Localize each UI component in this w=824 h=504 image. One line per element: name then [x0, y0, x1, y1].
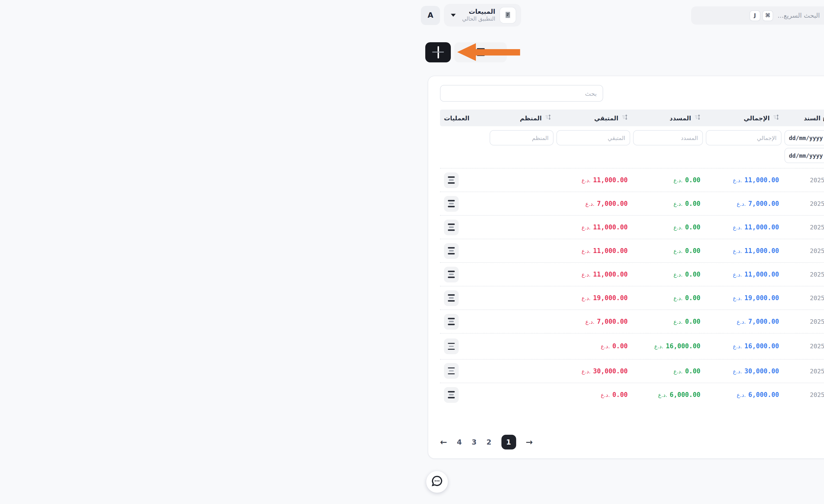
- row-actions-button[interactable]: [444, 363, 459, 379]
- app-switcher-title: المبيعات: [469, 8, 495, 16]
- chat-bubble-icon: [431, 475, 443, 489]
- amount-blue: 16,000.00د.ع.: [708, 342, 779, 350]
- app-switcher[interactable]: المبيعات التطبيق الحالي: [444, 4, 521, 26]
- column-label: المسدد: [670, 114, 691, 122]
- main-area: Plus corp البحث السريع... J ⌘ A: [412, 0, 824, 504]
- app-root: +plus التطبيقات لوحة المبيعاتالزبائنعروض…: [412, 0, 824, 504]
- list-options-button[interactable]: [454, 42, 507, 62]
- page-3-button[interactable]: 3: [472, 438, 477, 446]
- row-actions-button[interactable]: [444, 387, 459, 403]
- sort-icon: [621, 114, 628, 122]
- table-row: INV/000026مستودع رئيسيJohn Doe - C/00001…: [440, 383, 824, 406]
- date-cell: 2025-07-27: [810, 200, 824, 207]
- quick-search-placeholder: البحث السريع...: [778, 12, 820, 19]
- amount-green: 0.00د.ع.: [636, 367, 700, 375]
- date-to-input[interactable]: dd/mm/yyyy: [785, 148, 824, 163]
- user-avatar[interactable]: A: [421, 6, 440, 25]
- amount-red: 11,000.00د.ع.: [559, 247, 628, 255]
- filter-input-remaining[interactable]: [556, 130, 630, 145]
- table-body: INV/000035مستودع رئيسيtaha salim - C/000…: [440, 169, 824, 406]
- amount-green: 0.00د.ع.: [636, 200, 700, 207]
- amount-blue: 11,000.00د.ع.: [708, 223, 779, 231]
- table-row: INV/000035مستودع رئيسيtaha salim - C/000…: [440, 169, 824, 192]
- shortcut-keys: J ⌘: [749, 10, 773, 21]
- amount-red: 7,000.00د.ع.: [559, 200, 628, 207]
- amount-blue: 11,000.00د.ع.: [708, 271, 779, 278]
- row-actions-button[interactable]: [444, 267, 459, 282]
- invoices-card: عرض: 10الأعمدةتصديرحفظ الإعدادات تسلسل ا…: [428, 76, 824, 459]
- table-row: INV/000032مستودع رئيسيtaha salim - C/000…: [440, 239, 824, 263]
- date-cell: 2025-07-27: [810, 247, 824, 255]
- add-invoice-button[interactable]: [425, 42, 451, 62]
- amount-red: 30,000.00د.ع.: [559, 367, 628, 375]
- card-footer: عرض 1 إلى 10 من 35 ← 4321 →: [440, 422, 824, 449]
- row-actions-button[interactable]: [444, 243, 459, 259]
- date-cell: 2025-07-27: [810, 294, 824, 302]
- row-actions-button[interactable]: [444, 172, 459, 188]
- chevron-down-icon: [451, 14, 456, 17]
- table-filters: dd/mm/yyyydd/mm/yyyy: [440, 126, 824, 169]
- table-search-input[interactable]: [440, 85, 603, 102]
- amount-red: 19,000.00د.ع.: [559, 294, 628, 302]
- app-switcher-subtitle: التطبيق الحالي: [462, 16, 495, 23]
- date-cell: 2025-07-27: [810, 318, 824, 325]
- amount-green: 0.00د.ع.: [636, 271, 700, 278]
- row-actions-button[interactable]: [444, 219, 459, 235]
- amount-blue: 7,000.00د.ع.: [708, 200, 779, 207]
- shortcut-key-cmd: ⌘: [762, 10, 773, 21]
- column-header-ops: العمليات: [440, 114, 488, 122]
- amount-green: 6,000.00د.ع.: [636, 391, 700, 398]
- column-label: العمليات: [444, 114, 470, 122]
- filter-remaining: [555, 130, 632, 145]
- app-switcher-texts: المبيعات التطبيق الحالي: [462, 8, 495, 23]
- filter-input-total[interactable]: [706, 130, 782, 145]
- page-header: فواتير المبيعات: [412, 39, 824, 65]
- column-label: المتبقي: [594, 114, 618, 122]
- amount-green: 0.00د.ع.: [636, 223, 700, 231]
- row-actions-button[interactable]: [444, 290, 459, 306]
- receipt-app-icon: [500, 7, 516, 24]
- prev-page-arrow[interactable]: ←: [440, 437, 447, 447]
- column-header-remaining[interactable]: المتبقي: [555, 114, 632, 122]
- page-1-button[interactable]: 1: [501, 435, 516, 449]
- amount-blue: 6,000.00د.ع.: [708, 391, 779, 398]
- sort-icon: [772, 114, 779, 122]
- amount-red: 7,000.00د.ع.: [559, 318, 628, 325]
- amount-red: 11,000.00د.ع.: [559, 176, 628, 184]
- row-actions-button[interactable]: [444, 338, 459, 354]
- column-header-total[interactable]: الإجمالي: [704, 114, 783, 122]
- column-label: تاريخ السند: [804, 114, 824, 122]
- column-header-date[interactable]: تاريخ السند: [783, 114, 824, 122]
- page-4-button[interactable]: 4: [457, 438, 462, 446]
- table-header: تسلسل السندالمستودعالزبونتاريخ السندالإج…: [440, 110, 824, 126]
- amount-red: 11,000.00د.ع.: [559, 223, 628, 231]
- table-row: INV/000027مستودع رئيسيAbbas - C/00000220…: [440, 359, 824, 383]
- date-cell: 2025-07-26: [810, 342, 824, 350]
- sort-icon: [694, 114, 700, 122]
- amount-red: 0.00د.ع.: [559, 391, 628, 398]
- filter-paid: [632, 130, 704, 145]
- amount-red: 11,000.00د.ع.: [559, 271, 628, 278]
- date-from-input[interactable]: dd/mm/yyyy: [785, 130, 824, 145]
- row-actions-button[interactable]: [444, 314, 459, 329]
- column-header-paid[interactable]: المسدد: [632, 114, 704, 122]
- filter-organizer: [488, 130, 555, 145]
- amount-blue: 19,000.00د.ع.: [708, 294, 779, 302]
- sort-icon: [545, 114, 551, 122]
- amount-green: 0.00د.ع.: [636, 247, 700, 255]
- column-header-organizer[interactable]: المنظم: [488, 114, 555, 122]
- date-cell: 2025-07-27: [810, 176, 824, 184]
- filter-input-organizer[interactable]: [490, 130, 553, 145]
- pagination-pages: 4321: [457, 435, 516, 449]
- filter-input-paid[interactable]: [633, 130, 703, 145]
- quick-search-input[interactable]: البحث السريع... J ⌘: [691, 6, 824, 24]
- amount-blue: 11,000.00د.ع.: [708, 176, 779, 184]
- amount-blue: 11,000.00د.ع.: [708, 247, 779, 255]
- support-chat-button[interactable]: [426, 471, 448, 493]
- row-actions-button[interactable]: [444, 196, 459, 211]
- column-label: الإجمالي: [744, 114, 770, 122]
- page-2-button[interactable]: 2: [487, 438, 491, 446]
- filter-total: [704, 130, 783, 145]
- table-row: INV/000034مستودع رئيسيtaha salim - C/000…: [440, 192, 824, 216]
- next-page-arrow[interactable]: →: [526, 437, 533, 447]
